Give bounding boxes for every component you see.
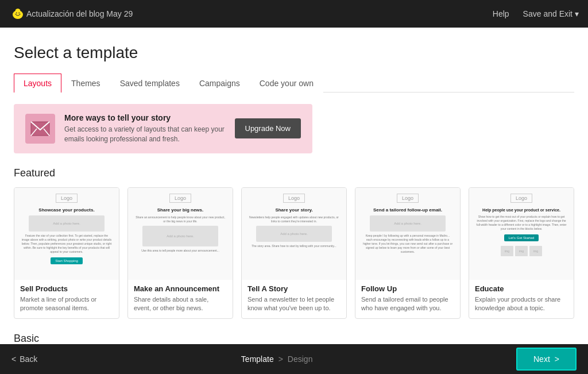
topnav-right-actions: Help Save and Exit ▾: [493, 9, 579, 18]
template-preview-educate: Logo Help people use your product or ser…: [469, 188, 574, 280]
template-name-follow-up: Follow Up: [361, 284, 454, 293]
tab-themes[interactable]: Themes: [61, 74, 110, 92]
back-button-label: Back: [20, 354, 37, 364]
page-breadcrumb-title: Actualización del blog May 29: [26, 9, 493, 18]
breadcrumb-template: Template: [241, 354, 274, 364]
template-card-announcement[interactable]: Logo Share your big news. Share an annou…: [127, 187, 233, 319]
promo-text: More ways to tell your story Get access …: [64, 113, 226, 144]
template-preview-follow-up: Logo Send a tailored follow-up email. Ad…: [355, 188, 460, 280]
template-preview-sell-products: Logo Showcase your products. Add a photo…: [14, 188, 119, 280]
featured-templates-grid: Logo Showcase your products. Add a photo…: [14, 187, 574, 319]
template-name-announcement: Make an Announcement: [134, 284, 227, 293]
upgrade-now-button[interactable]: Upgrade Now: [235, 118, 301, 138]
template-desc-announcement: Share details about a sale, event, or ot…: [134, 295, 227, 313]
bottom-navigation-bar: < Back Template > Design Next >: [0, 344, 588, 374]
breadcrumb: Template > Design: [241, 354, 313, 364]
next-button[interactable]: Next >: [516, 348, 577, 371]
top-navigation: Actualización del blog May 29 Help Save …: [0, 0, 588, 28]
help-link[interactable]: Help: [493, 9, 509, 18]
template-desc-educate: Explain your products or share knowledge…: [475, 295, 568, 313]
template-card-educate[interactable]: Logo Help people use your product or ser…: [469, 187, 574, 319]
next-button-label: Next: [533, 354, 550, 364]
back-button[interactable]: < Back: [11, 354, 37, 364]
tab-saved-templates[interactable]: Saved templates: [110, 74, 189, 92]
template-name-tell-story: Tell A Story: [247, 284, 341, 293]
back-arrow-icon: <: [11, 354, 16, 364]
template-name-sell-products: Sell Products: [20, 284, 113, 293]
breadcrumb-design: Design: [288, 354, 313, 364]
tab-campaigns[interactable]: Campaigns: [189, 74, 250, 92]
tab-layouts[interactable]: Layouts: [14, 74, 61, 92]
svg-point-2: [14, 11, 21, 18]
template-tabs: Layouts Themes Saved templates Campaigns…: [14, 74, 574, 92]
tab-code-your-own[interactable]: Code your own: [250, 74, 323, 92]
next-arrow-icon: >: [555, 354, 559, 364]
svg-point-3: [16, 13, 17, 14]
template-preview-tell-story: Logo Share your story. Newsletters help …: [242, 188, 346, 280]
promo-banner: More ways to tell your story Get access …: [14, 104, 312, 153]
template-desc-sell-products: Market a line of products or promote sea…: [20, 295, 113, 313]
template-card-sell-products[interactable]: Logo Showcase your products. Add a photo…: [14, 187, 119, 319]
promo-title: More ways to tell your story: [64, 113, 226, 122]
template-preview-announcement: Logo Share your big news. Share an annou…: [128, 188, 233, 280]
template-name-educate: Educate: [475, 284, 568, 293]
basic-heading: Basic: [14, 333, 574, 344]
mailchimp-logo: [9, 5, 26, 22]
breadcrumb-separator: >: [278, 354, 283, 364]
template-card-tell-story[interactable]: Logo Share your story. Newsletters help …: [241, 187, 347, 319]
svg-point-4: [18, 13, 20, 14]
promo-icon: [25, 114, 55, 144]
promo-description: Get access to a variety of layouts that …: [64, 125, 226, 144]
main-content: Select a template Layouts Themes Saved t…: [0, 28, 588, 344]
save-exit-button[interactable]: Save and Exit ▾: [523, 9, 579, 18]
template-card-follow-up[interactable]: Logo Send a tailored follow-up email. Ad…: [355, 187, 461, 319]
template-desc-follow-up: Send a tailored email to people who have…: [361, 295, 454, 313]
featured-heading: Featured: [14, 167, 574, 179]
page-title: Select a template: [14, 44, 574, 62]
template-desc-tell-story: Send a newsletter to let people know wha…: [247, 295, 341, 313]
